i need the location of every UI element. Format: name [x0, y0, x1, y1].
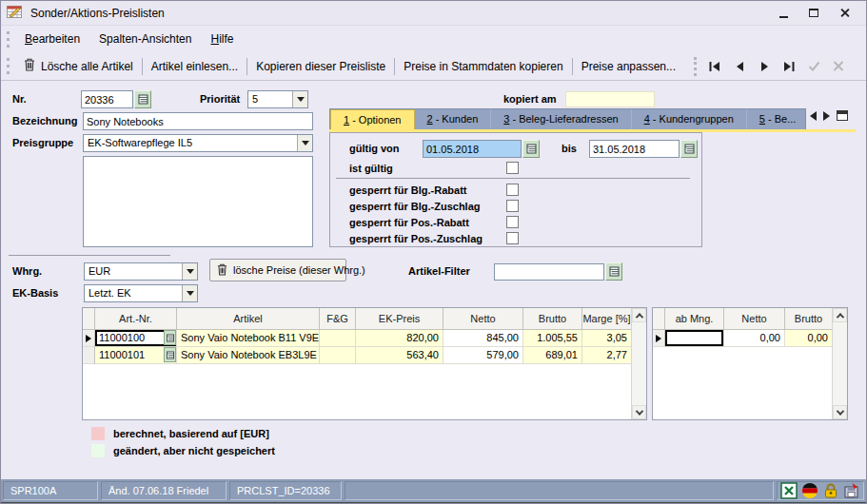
scroll-down-icon[interactable] — [833, 405, 847, 419]
cell-marge[interactable]: 3,05 — [582, 330, 631, 347]
cell-artikel[interactable]: Sony Vaio Notebook B11 V9E/B — [177, 330, 320, 347]
cell-brutto[interactable]: 1.005,55 — [523, 330, 582, 347]
excel-icon[interactable] — [779, 481, 798, 500]
cell-netto[interactable]: 579,00 — [443, 347, 523, 364]
cell-netto[interactable]: 845,00 — [443, 330, 523, 347]
header-brutto[interactable]: Brutto — [785, 308, 832, 329]
articles-table-scrollbar[interactable] — [631, 308, 646, 419]
nr-input[interactable] — [81, 90, 133, 108]
header-netto[interactable]: Netto — [724, 308, 785, 329]
bis-input[interactable] — [589, 140, 680, 158]
accept-icon[interactable] — [803, 58, 824, 75]
german-flag-icon[interactable] — [800, 481, 819, 500]
ek-basis-select[interactable]: Letzt. EK — [84, 284, 198, 302]
cell-ek-preis[interactable]: 820,00 — [356, 330, 443, 347]
lookup-icon[interactable] — [164, 347, 176, 362]
gesperrt-pos-rabatt-checkbox[interactable] — [506, 216, 519, 228]
minimize-button[interactable] — [773, 5, 794, 22]
cell-brutto[interactable]: 689,01 — [523, 347, 582, 364]
lookup-icon[interactable] — [164, 330, 176, 345]
adjust-prices-button[interactable]: Preise anpassen... — [573, 60, 684, 73]
cell-artikel[interactable]: Sony Vaio Notebook EB3L9E — [177, 347, 320, 364]
header-ek-preis[interactable]: EK-Preis — [356, 308, 443, 329]
table-row[interactable]: 11000101 Sony Vaio Notebook EB3L9E 563,4… — [83, 347, 631, 364]
header-netto[interactable]: Netto — [443, 308, 523, 329]
cancel-icon[interactable] — [828, 58, 849, 75]
copy-to-master-button[interactable]: Preise in Stammdaten kopieren — [395, 60, 571, 73]
tab-optionen[interactable]: 1- Optionen — [330, 109, 415, 129]
read-articles-button[interactable]: Artikel einlesen... — [143, 60, 246, 73]
gueltig-von-lookup-button[interactable] — [522, 140, 540, 158]
next-record-icon[interactable] — [754, 58, 775, 75]
bezeichnung-input[interactable] — [83, 112, 313, 130]
menu-spalten-ansichten[interactable]: Spalten-Ansichten — [89, 29, 201, 48]
cell-fg[interactable] — [320, 347, 356, 364]
previous-record-icon[interactable] — [729, 58, 750, 75]
menu-hilfe[interactable]: Hilfe — [201, 29, 243, 48]
gueltig-von-input[interactable] — [423, 140, 522, 158]
tab-kundengruppen[interactable]: 4- Kundengruppen — [632, 109, 747, 129]
row-selector[interactable] — [83, 330, 95, 347]
cell-art-nr[interactable]: 11000101 — [95, 347, 177, 364]
cell-brutto[interactable]: 0,00 — [785, 330, 832, 347]
chevron-down-icon[interactable] — [297, 135, 312, 151]
gesperrt-pos-zuschlag-checkbox[interactable] — [506, 232, 519, 244]
maximize-button[interactable] — [803, 5, 824, 22]
save-copy-icon[interactable] — [842, 481, 861, 500]
delete-prices-button[interactable]: lösche Preise (dieser Whrg.) — [209, 259, 346, 281]
preisgruppe-label: Preisgruppe — [12, 137, 73, 148]
scroll-down-icon[interactable] — [632, 405, 646, 419]
delete-all-articles-button[interactable]: Lösche alle Artikel — [15, 58, 142, 74]
artikel-filter-input[interactable] — [494, 263, 604, 281]
row-selector[interactable] — [83, 347, 95, 364]
header-fg[interactable]: F&G — [320, 308, 356, 329]
kopiert-am-field — [565, 91, 655, 107]
legend-changed: geändert, aber nicht gespeichert — [91, 444, 275, 457]
tab-beleg-lieferadressen[interactable]: 3- Beleg-Lieferadressen — [491, 109, 631, 129]
kopiert-am-label: kopiert am — [503, 93, 557, 105]
tab-window-icon[interactable] — [837, 110, 848, 121]
menu-bar: Bearbeiten Spalten-Ansichten Hilfe — [1, 26, 866, 52]
row-selector[interactable] — [653, 330, 665, 347]
cell-ab-mng[interactable] — [665, 330, 724, 347]
header-marge[interactable]: Marge [%] — [582, 308, 631, 329]
prioritaet-select[interactable]: 5 — [247, 90, 308, 108]
close-button[interactable] — [834, 5, 855, 22]
gesperrt-blg-rabatt-checkbox[interactable] — [506, 184, 519, 196]
tab-scroll-right-icon[interactable] — [823, 111, 830, 121]
bis-lookup-button[interactable] — [680, 140, 698, 158]
cell-ek-preis[interactable]: 563,40 — [356, 347, 443, 364]
header-art-nr[interactable]: Art.-Nr. — [95, 308, 177, 329]
copy-pricelist-button[interactable]: Kopieren dieser Preisliste — [247, 60, 394, 73]
menu-bearbeiten[interactable]: Bearbeiten — [15, 29, 89, 48]
tab-bemerkung[interactable]: 5- Be... — [747, 109, 806, 129]
first-record-icon[interactable] — [704, 58, 725, 75]
tab-scroll-left-icon[interactable] — [810, 111, 817, 121]
ist-gueltig-checkbox[interactable] — [506, 162, 519, 174]
scroll-up-icon[interactable] — [632, 308, 646, 322]
quantity-table-scrollbar[interactable] — [832, 308, 847, 419]
table-row[interactable]: 0,00 0,00 — [653, 330, 832, 347]
chevron-down-icon[interactable] — [292, 91, 307, 107]
chevron-down-icon[interactable] — [182, 285, 197, 301]
artikel-filter-lookup-button[interactable] — [605, 262, 622, 281]
header-artikel[interactable]: Artikel — [177, 308, 320, 329]
last-record-icon[interactable] — [778, 58, 799, 75]
chevron-down-icon[interactable] — [182, 263, 197, 280]
cell-art-nr[interactable]: 11000100 — [95, 330, 177, 347]
gesperrt-blg-zuschlag-checkbox[interactable] — [506, 200, 519, 212]
header-brutto[interactable]: Brutto — [523, 308, 582, 329]
cell-marge[interactable]: 2,77 — [582, 347, 631, 364]
preisgruppe-select[interactable]: EK-Softwarepflege IL5 — [83, 134, 313, 152]
tab-kunden[interactable]: 2- Kunden — [415, 109, 492, 129]
table-row[interactable]: 11000100 Sony Vaio Notebook B11 V9E/B 82… — [83, 330, 631, 347]
nr-lookup-button[interactable] — [134, 90, 151, 108]
quantity-table: ab Mng. Netto Brutto 0,00 0,00 — [652, 307, 848, 420]
lock-icon[interactable] — [821, 481, 840, 500]
cell-netto[interactable]: 0,00 — [724, 330, 785, 347]
notes-field[interactable] — [83, 156, 313, 247]
header-ab-mng[interactable]: ab Mng. — [665, 308, 724, 329]
whrg-select[interactable]: EUR — [84, 262, 198, 281]
scroll-up-icon[interactable] — [833, 308, 847, 322]
cell-fg[interactable] — [320, 330, 356, 347]
